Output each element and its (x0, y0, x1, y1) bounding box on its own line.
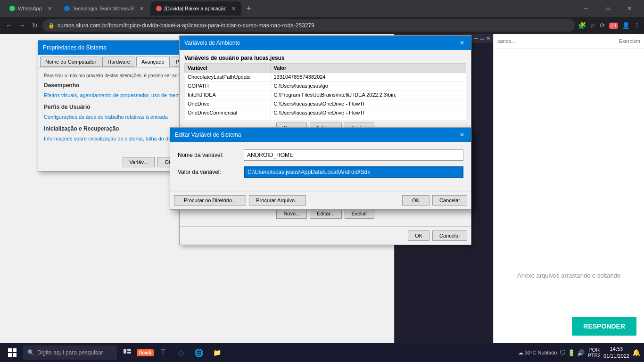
lang-text: POR (587, 347, 601, 353)
taskview-icon[interactable] (119, 344, 136, 361)
svg-rect-2 (8, 353, 12, 357)
edit-var-cancelar-btn[interactable]: Cancelar (432, 195, 467, 206)
tab-close-stories[interactable]: ✕ (140, 6, 144, 12)
svg-rect-1 (13, 348, 17, 352)
weather-widget: ☁ 30°C Nublado (518, 350, 557, 356)
user-var-value: C:\Program Files\JetBrains\IntelliJ IDEA… (271, 90, 466, 99)
nav-bar: ← → ↻ 🔒 cursos.alura.com.br/forum/topico… (0, 17, 644, 34)
cance-text: cance... (497, 38, 516, 44)
system-editar-btn[interactable]: Editar... (310, 208, 341, 219)
system-novo-btn[interactable]: Novo... (276, 208, 307, 219)
extensions-icon[interactable]: 🧩 (578, 22, 586, 29)
edit-var-value-input[interactable] (244, 166, 463, 178)
teams-icon[interactable]: T (155, 344, 172, 361)
vscode-icon[interactable]: ◇ (173, 344, 190, 361)
variaveis-button[interactable]: Variáv... (123, 157, 155, 167)
maximize-button[interactable]: ▭ (597, 0, 619, 17)
exercism-area: Exercism (619, 38, 640, 44)
tab-stories[interactable]: Tecnologia Team Stories Board - ✕ (58, 1, 149, 16)
minimize-button[interactable]: ─ (575, 0, 597, 17)
search-icon: 🔍 (27, 349, 34, 356)
exercism-link[interactable]: Exercism (619, 38, 640, 44)
tab-whatsapp[interactable]: WhatsApp ✕ (4, 1, 58, 16)
notification-icon[interactable]: 🔔 (632, 349, 640, 356)
flowti-icon[interactable]: flowti (137, 344, 154, 361)
app-win-minimize[interactable]: ─ (474, 35, 478, 41)
sidebar-header: cance... Exercism (494, 34, 644, 49)
volume-icon[interactable]: 🔊 (577, 349, 585, 356)
edit-var-name-label: Nome da variável: (178, 152, 244, 158)
close-button[interactable]: ✕ (619, 0, 640, 17)
start-button[interactable] (4, 344, 21, 361)
env-vars-footer: OK Cancelar (180, 226, 471, 245)
user-var-value: 133104789874382024 (271, 73, 466, 82)
tab-avancado[interactable]: Avançado (136, 57, 170, 67)
taskbar-right: ☁ 30°C Nublado 🛡 🔋 🔊 POR PTB2 14:53 01/1… (518, 346, 640, 360)
edit-var-close[interactable]: ✕ (458, 131, 466, 139)
file-explorer-icon[interactable]: 📁 (208, 344, 225, 361)
tab-close-duvida[interactable]: ✕ (231, 6, 236, 12)
weather-text: 30°C Nublado (525, 350, 557, 355)
user-var-row[interactable]: OneDriveCommercialC:\Users\lucas.jesus\O… (185, 108, 466, 117)
user-var-value: C:\Users\lucas.jesus\OneDrive - FlowTI (271, 108, 466, 117)
app-win-close[interactable]: ✕ (486, 35, 490, 41)
inicializacao-link[interactable]: Informações sobre inicialização do siste… (44, 136, 190, 141)
user-var-name: IntelliJ IDEA (185, 90, 271, 99)
battery-icon[interactable]: 🔋 (568, 349, 575, 356)
perfis-link[interactable]: Configurações da área de trabalho relati… (44, 114, 168, 120)
profile-icon[interactable]: 👤 (622, 22, 630, 29)
svg-rect-3 (13, 353, 17, 357)
procurar-dir-btn[interactable]: Procurar no Diretório... (174, 195, 246, 206)
attach-area: Anexe arquivos arrastando e soltando (494, 264, 644, 287)
clock-date: 01/11/2022 (603, 353, 629, 360)
env-cancelar-btn[interactable]: Cancelar (432, 230, 467, 241)
user-var-row[interactable]: GOPATHC:\Users\lucas.jesus\go (185, 82, 466, 90)
user-var-name: OneDrive (185, 99, 271, 108)
env-vars-close[interactable]: ✕ (458, 39, 466, 47)
edit-var-footer-right-btns: OK Cancelar (402, 195, 467, 206)
edit-var-ok-btn[interactable]: OK (402, 195, 429, 206)
user-var-name: GOPATH (185, 82, 271, 90)
tab-close-whatsapp[interactable]: ✕ (48, 6, 52, 12)
responder-button[interactable]: RESPONDER (572, 317, 636, 336)
sys-props-title: Propriedades do Sistema (43, 44, 107, 51)
env-ok-btn[interactable]: OK (408, 230, 429, 241)
tab-duvida[interactable]: [Dúvida] Baixei a aplicação para ✕ (150, 1, 241, 16)
language-box[interactable]: POR PTB2 (587, 347, 601, 358)
wifi-icon[interactable]: 🛡 (560, 349, 566, 356)
svg-rect-4 (124, 349, 126, 354)
tab-hardware[interactable]: Hardware (102, 57, 135, 67)
user-var-row[interactable]: IntelliJ IDEAC:\Program Files\JetBrains\… (185, 90, 466, 99)
forward-button[interactable]: → (17, 20, 27, 31)
edit-var-footer: Procurar no Diretório... Procurar Arquiv… (170, 191, 471, 209)
search-text: Digite aqui para pesquisar (37, 349, 103, 356)
tab-nome-computador[interactable]: Nome do Computador (40, 57, 101, 67)
user-vars-table-container: Variável Valor ChocolateyLastPathUpdate1… (184, 63, 466, 120)
edit-var-dialog: Editar Variável de Sistema ✕ Nome da var… (170, 127, 471, 210)
new-tab-button[interactable]: + (242, 2, 256, 15)
edit-var-content: Nome da variável: Valor da variável: (170, 142, 471, 191)
sidebar-header-icons: cance... (497, 38, 516, 44)
sync-icon[interactable]: ⟳ (600, 22, 605, 29)
svg-rect-6 (127, 352, 131, 354)
user-var-row[interactable]: OneDriveC:\Users\lucas.jesus\OneDrive - … (185, 99, 466, 108)
browser-nav-icons: 🧩 ☆ ⟳ 23 👤 ⋮ (578, 22, 640, 29)
chrome-icon[interactable]: 🌐 (190, 344, 207, 361)
app-win-maximize[interactable]: ▭ (479, 35, 484, 41)
user-var-row[interactable]: ChocolateyLastPathUpdate1331047898743820… (185, 73, 466, 82)
star-icon[interactable]: ☆ (590, 22, 596, 29)
address-bar[interactable]: 🔒 cursos.alura.com.br/forum/topico-duvid… (42, 19, 575, 32)
extenstion-badge[interactable]: 23 (609, 23, 618, 29)
back-button[interactable]: ← (4, 20, 14, 31)
tab-bar: WhatsApp ✕ Tecnologia Team Stories Board… (0, 0, 644, 17)
svg-rect-0 (8, 348, 12, 352)
refresh-button[interactable]: ↻ (30, 20, 40, 31)
menu-icon[interactable]: ⋮ (634, 22, 640, 29)
procurar-arq-btn[interactable]: Procurar Arquivo... (249, 195, 306, 206)
taskbar-search[interactable]: 🔍 Digite aqui para pesquisar (23, 346, 117, 360)
taskbar-pinned-icons: flowti T ◇ 🌐 📁 (119, 344, 225, 361)
user-col-value: Valor (271, 64, 466, 73)
edit-var-name-input[interactable] (244, 149, 463, 161)
system-clock[interactable]: 14:53 01/11/2022 (603, 346, 629, 360)
system-excluir-btn[interactable]: Excluir (345, 208, 374, 219)
